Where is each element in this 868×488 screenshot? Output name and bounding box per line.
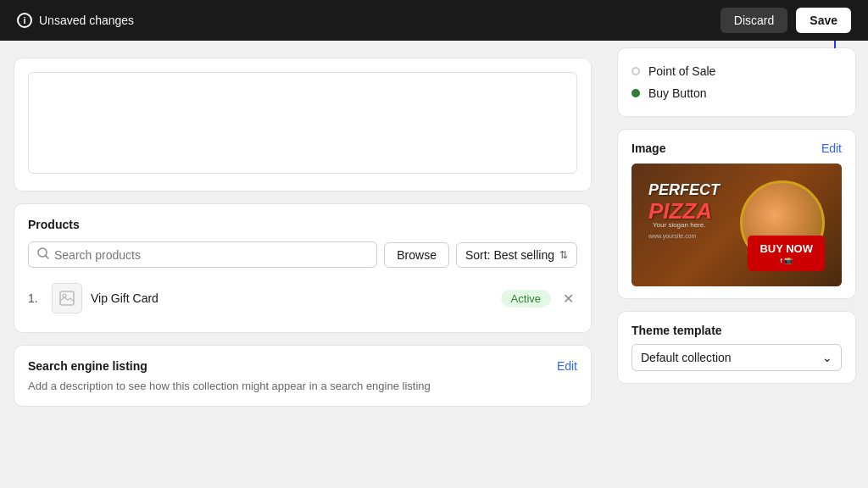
- main-layout: Products Browse Sort: Best selling ⇅: [0, 41, 868, 488]
- svg-point-3: [63, 294, 66, 297]
- buy-now-text: BUY NOW: [760, 242, 813, 255]
- pizza-banner: PERFECT PIZZA Your slogan here. www.your…: [632, 164, 842, 286]
- product-thumbnail: [52, 283, 82, 313]
- channel-item-pos: Point of Sale: [632, 60, 842, 82]
- product-row: 1. Vip Gift Card Active ✕: [28, 278, 577, 319]
- product-num: 1.: [28, 291, 43, 305]
- arrow-line: [834, 41, 836, 48]
- search-input-wrap[interactable]: [28, 241, 377, 268]
- perfect-text: PERFECT: [648, 181, 720, 198]
- products-card: Products Browse Sort: Best selling ⇅: [14, 203, 592, 333]
- channels-card: Point of Sale Buy Button: [617, 47, 856, 117]
- products-search-row: Browse Sort: Best selling ⇅: [28, 241, 577, 268]
- product-remove-button[interactable]: ✕: [559, 289, 577, 308]
- image-card-header: Image Edit: [632, 141, 842, 155]
- left-column: Products Browse Sort: Best selling ⇅: [0, 41, 605, 488]
- theme-title: Theme template: [632, 324, 842, 337]
- buy-now-icons: f 📸: [760, 257, 813, 264]
- buy-now-button: BUY NOW f 📸: [748, 236, 825, 271]
- arrow-indicator: [830, 41, 840, 48]
- info-icon: i: [17, 13, 32, 28]
- seo-edit-link[interactable]: Edit: [557, 359, 577, 373]
- image-section-title: Image: [632, 141, 665, 155]
- chevron-icon: ⇅: [559, 249, 568, 261]
- save-button[interactable]: Save: [796, 8, 851, 33]
- unsaved-changes-notice: i Unsaved changes: [17, 13, 134, 28]
- description-card: [14, 58, 592, 191]
- url-text: www.yoursite.com: [648, 233, 696, 239]
- products-title: Products: [28, 218, 577, 231]
- sort-select[interactable]: Sort: Best selling ⇅: [456, 242, 577, 268]
- image-card: Image Edit PERFECT PIZZA Your slogan her…: [617, 129, 856, 299]
- active-badge: Active: [501, 290, 551, 308]
- sort-label: Sort: Best selling: [465, 248, 554, 262]
- channel-label-buy: Buy Button: [648, 86, 707, 100]
- theme-chevron-icon: ⌄: [822, 351, 832, 364]
- seo-title: Search engine listing: [28, 359, 147, 373]
- slogan-text: Your slogan here.: [653, 221, 705, 229]
- seo-header: Search engine listing Edit: [28, 359, 577, 373]
- right-column: Point of Sale Buy Button Image Edit PERF…: [605, 41, 868, 488]
- seo-description: Add a description to see how this collec…: [28, 380, 577, 392]
- channel-dot-pos: [632, 67, 640, 75]
- top-bar-actions: Discard Save: [721, 8, 851, 33]
- channel-dot-buy: [632, 89, 640, 97]
- seo-card: Search engine listing Edit Add a descrip…: [14, 345, 592, 407]
- channel-item-buy: Buy Button: [632, 82, 842, 104]
- search-icon: [37, 247, 49, 262]
- product-name: Vip Gift Card: [91, 291, 492, 305]
- svg-line-1: [46, 256, 48, 258]
- discard-button[interactable]: Discard: [721, 8, 787, 33]
- theme-card: Theme template Default collection ⌄: [617, 311, 856, 384]
- top-bar: i Unsaved changes Discard Save: [0, 0, 868, 41]
- browse-button[interactable]: Browse: [384, 242, 449, 268]
- unsaved-changes-label: Unsaved changes: [39, 14, 134, 27]
- search-input[interactable]: [54, 248, 368, 262]
- pizza-text: PIZZA: [648, 199, 720, 224]
- channel-label-pos: Point of Sale: [648, 64, 715, 78]
- theme-default-label: Default collection: [641, 351, 732, 364]
- image-edit-link[interactable]: Edit: [821, 141, 842, 155]
- description-textarea[interactable]: [28, 72, 577, 174]
- theme-select[interactable]: Default collection ⌄: [632, 344, 842, 371]
- svg-rect-2: [60, 291, 74, 305]
- image-preview: PERFECT PIZZA Your slogan here. www.your…: [632, 164, 842, 286]
- banner-text: PERFECT PIZZA: [648, 179, 720, 224]
